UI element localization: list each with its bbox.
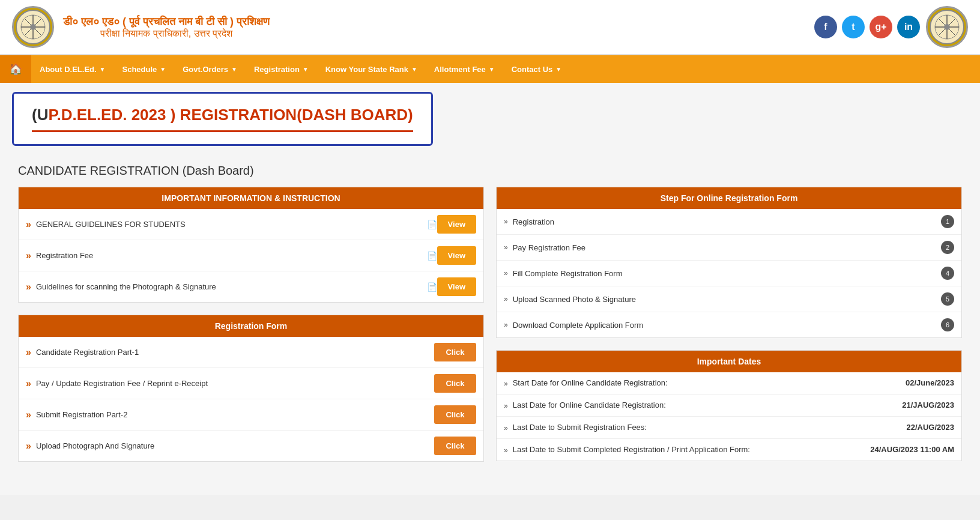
chevron-down-icon: ▼ [555, 66, 561, 73]
title-underline [32, 130, 413, 132]
click-part2-button[interactable]: Click [434, 405, 476, 424]
facebook-icon[interactable]: f [814, 16, 837, 38]
twitter-icon[interactable]: t [842, 16, 865, 38]
reg-text-part2: Submit Registration Part-2 [36, 410, 434, 419]
social-icons: f t g+ in [814, 16, 920, 38]
header-right: f t g+ in [814, 6, 968, 48]
nav-contact-us[interactable]: Contact Us ▼ [503, 55, 570, 83]
navbar: 🏠 About D.EL.Ed. ▼ Schedule ▼ Govt.Order… [0, 55, 980, 83]
step-text-5: Upload Scanned Photo & Signature [513, 295, 937, 304]
registration-form-panel: Registration Form » Candidate Registrati… [18, 315, 484, 462]
view-scanning-button[interactable]: View [437, 277, 476, 296]
important-dates-panel: Important Dates » Start Date for Online … [496, 350, 962, 461]
header-title-line2: परीक्षा नियामक प्राधिकारी, उत्तर प्रदेश [63, 28, 270, 39]
steps-header: Step For Online Registration Form [497, 187, 961, 209]
date-value-start: 02/June/2023 [906, 378, 954, 387]
important-dates-header: Important Dates [497, 351, 961, 372]
important-info-body: » GENERAL GUIDELINES FOR STUDENTS 📄 View… [19, 209, 483, 302]
googleplus-icon[interactable]: g+ [870, 16, 892, 38]
header-text: डी० एल० एड० ( पूर्व प्रचलित नाम बी टी सी… [63, 16, 270, 39]
step-badge-6: 6 [941, 318, 954, 331]
pdf-icon: 📄 [427, 282, 437, 292]
view-guidelines-button[interactable]: View [437, 215, 476, 234]
step-arrow-icon: » [504, 243, 508, 252]
row-arrow-icon: » [26, 250, 31, 261]
reg-text-pay: Pay / Update Registration Fee / Reprint … [36, 379, 434, 388]
nav-about[interactable]: About D.EL.Ed. ▼ [31, 55, 114, 83]
date-arrow-icon: » [504, 402, 508, 410]
reg-text-upload: Upload Photograph And Signature [36, 441, 434, 450]
reg-row-pay: » Pay / Update Registration Fee / Reprin… [19, 368, 483, 399]
date-value-last-reg: 21/JAUG/2023 [902, 401, 954, 410]
right-column: Step For Online Registration Form » Regi… [496, 187, 962, 474]
two-col-layout: IMPORTANT INFORMATION & INSTRUCTION » GE… [18, 187, 962, 474]
header-title-line1: डी० एल० एड० ( पूर्व प्रचलित नाम बी टी सी… [63, 16, 270, 28]
reg-row-upload: » Upload Photograph And Signature Click [19, 431, 483, 461]
header-left: डी० एल० एड० ( पूर्व प्रचलित नाम बी टी सी… [12, 6, 270, 48]
step-text-1: Registration [513, 217, 937, 226]
registration-form-body: » Candidate Registration Part-1 Click » … [19, 337, 483, 461]
date-arrow-icon: » [504, 424, 508, 432]
row-arrow-icon: » [26, 441, 31, 452]
step-arrow-icon: » [504, 269, 508, 277]
step-row-5: » Upload Scanned Photo & Signature 5 [497, 286, 961, 312]
steps-body: » Registration 1 » Pay Registration Fee … [497, 209, 961, 337]
page-header: डी० एल० एड० ( पूर्व प्रचलित नाम बी टी सी… [0, 0, 980, 55]
nav-schedule[interactable]: Schedule ▼ [114, 55, 175, 83]
date-value-print: 24/AUG/2023 11:00 AM [870, 445, 954, 454]
date-row-last-fee: » Last Date to Submit Registration Fees:… [497, 417, 961, 439]
main-content: CANDIDATE REGISTRATION (Dash Board) IMPO… [0, 155, 980, 495]
info-text-guidelines: GENERAL GUIDELINES FOR STUDENTS [36, 220, 424, 229]
chevron-down-icon: ▼ [489, 66, 495, 73]
click-pay-button[interactable]: Click [434, 374, 476, 393]
info-text-scanning: Guidelines for scanning the Photograph &… [36, 282, 424, 291]
logo-left [12, 6, 54, 48]
important-info-header: IMPORTANT INFORMATION & INSTRUCTION [19, 187, 483, 209]
step-row-4: » Fill Complete Registration Form 4 [497, 261, 961, 286]
info-text-regfee: Registration Fee [36, 251, 424, 260]
date-label-print: Last Date to Submit Completed Registrati… [513, 445, 865, 454]
step-text-6: Download Complete Application Form [513, 321, 937, 330]
page-title-section: (UP.D.EL.ED. 2023 ) REGISTRATION(DASH BO… [0, 83, 980, 155]
date-label-last-fee: Last Date to Submit Registration Fees: [513, 423, 901, 432]
view-regfee-button[interactable]: View [437, 246, 476, 265]
step-badge-4: 4 [941, 267, 954, 280]
row-arrow-icon: » [26, 410, 31, 420]
chevron-down-icon: ▼ [100, 66, 106, 73]
step-badge-1: 1 [941, 215, 954, 228]
click-upload-button[interactable]: Click [434, 437, 476, 455]
row-arrow-icon: » [26, 282, 31, 292]
nav-registration[interactable]: Registration ▼ [246, 55, 317, 83]
step-text-4: Fill Complete Registration Form [513, 269, 937, 278]
chevron-down-icon: ▼ [303, 66, 309, 73]
row-arrow-icon: » [26, 219, 31, 230]
page-title-box: (UP.D.EL.ED. 2023 ) REGISTRATION(DASH BO… [12, 92, 433, 146]
step-badge-2: 2 [941, 241, 954, 254]
date-arrow-icon: » [504, 446, 508, 455]
date-label-last-reg: Last Date for Online Candidate Registrat… [513, 401, 897, 410]
row-arrow-icon: » [26, 378, 31, 389]
nav-know-state-rank[interactable]: Know Your State Rank ▼ [317, 55, 426, 83]
page-title: (UP.D.EL.ED. 2023 ) REGISTRATION(DASH BO… [32, 106, 413, 124]
svg-point-13 [944, 24, 950, 30]
nav-govt-orders[interactable]: Govt.Orders ▼ [174, 55, 246, 83]
logo-right [926, 6, 968, 48]
reg-text-part1: Candidate Registration Part-1 [36, 348, 434, 357]
linkedin-icon[interactable]: in [897, 16, 920, 38]
pdf-icon: 📄 [427, 220, 437, 229]
chevron-down-icon: ▼ [231, 66, 237, 73]
nav-allotment-fee[interactable]: Allotment Fee ▼ [426, 55, 503, 83]
chevron-down-icon: ▼ [411, 66, 417, 73]
home-button[interactable]: 🏠 [0, 55, 31, 83]
click-part1-button[interactable]: Click [434, 343, 476, 361]
info-row-guidelines: » GENERAL GUIDELINES FOR STUDENTS 📄 View [19, 209, 483, 240]
chevron-down-icon: ▼ [160, 66, 166, 73]
important-dates-body: » Start Date for Online Candidate Regist… [497, 372, 961, 461]
left-column: IMPORTANT INFORMATION & INSTRUCTION » GE… [18, 187, 484, 474]
svg-point-6 [30, 24, 36, 30]
date-value-last-fee: 22/AUG/2023 [907, 423, 955, 432]
date-row-start: » Start Date for Online Candidate Regist… [497, 372, 961, 395]
pdf-icon: 📄 [427, 251, 437, 261]
step-arrow-icon: » [504, 295, 508, 303]
reg-row-part2: » Submit Registration Part-2 Click [19, 399, 483, 431]
